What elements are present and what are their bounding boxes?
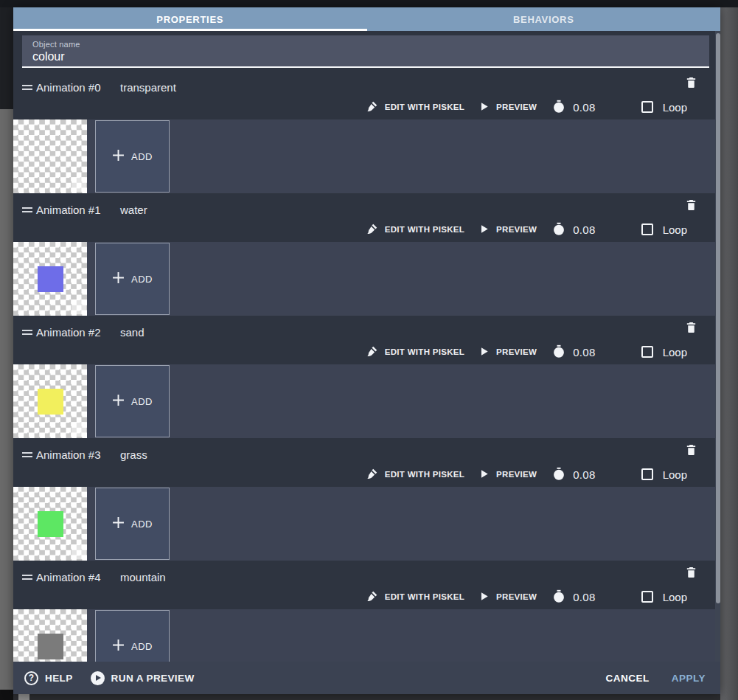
delete-animation-button[interactable]	[683, 443, 698, 459]
animation-block: Animation #1 water EDIT WITH PISKEL PREV…	[13, 193, 720, 316]
brush-icon	[366, 345, 378, 359]
loop-checkbox[interactable]	[641, 591, 653, 603]
edit-with-piskel-label: EDIT WITH PISKEL	[385, 592, 464, 601]
brush-icon	[366, 223, 378, 237]
preview-button[interactable]: PREVIEW	[479, 591, 537, 603]
thumbnail-corner-badge	[72, 299, 86, 314]
time-between-frames-field[interactable]: 0.08	[551, 99, 595, 116]
preview-label: PREVIEW	[496, 470, 537, 479]
loop-checkbox[interactable]	[641, 101, 653, 113]
time-between-frames-field[interactable]: 0.08	[551, 221, 595, 238]
delete-animation-button[interactable]	[683, 320, 698, 336]
help-button[interactable]: ? HELP	[24, 671, 73, 685]
add-frame-button[interactable]: ADD	[95, 365, 170, 437]
animation-block: Animation #2 sand EDIT WITH PISKEL PREVI…	[13, 316, 720, 438]
brush-icon	[366, 468, 378, 482]
thumbnail-corner-badge	[72, 544, 86, 559]
time-between-frames-value[interactable]: 0.08	[573, 346, 595, 358]
loop-toggle[interactable]: Loop	[641, 468, 687, 481]
animation-title: Animation #0	[36, 81, 116, 94]
time-between-frames-field[interactable]: 0.08	[551, 589, 595, 606]
backdrop-left-bottom	[0, 690, 13, 700]
play-icon	[479, 223, 490, 236]
add-label: ADD	[131, 274, 153, 285]
edit-with-piskel-button[interactable]: EDIT WITH PISKEL	[366, 100, 464, 114]
add-label: ADD	[131, 519, 153, 530]
play-icon	[479, 468, 490, 481]
add-frame-button[interactable]: ADD	[95, 120, 170, 193]
loop-toggle[interactable]: Loop	[641, 101, 687, 114]
frame-thumbnail[interactable]	[13, 364, 87, 438]
frame-color-swatch	[38, 266, 63, 292]
object-name-field[interactable]: Object name colour	[22, 35, 709, 68]
animation-name-input[interactable]: mountain	[120, 571, 166, 583]
frame-thumbnail[interactable]	[13, 609, 87, 662]
delete-animation-button[interactable]	[683, 75, 698, 91]
edit-with-piskel-label: EDIT WITH PISKEL	[385, 347, 464, 356]
time-between-frames-value[interactable]: 0.08	[573, 591, 595, 603]
add-frame-button[interactable]: ADD	[95, 243, 170, 315]
drag-handle-icon[interactable]	[22, 330, 33, 335]
loop-checkbox[interactable]	[641, 223, 653, 235]
trash-icon	[685, 81, 697, 92]
object-name-section: Object name colour	[13, 31, 720, 71]
frame-color-swatch	[38, 511, 63, 537]
frame-color-swatch	[38, 634, 63, 659]
delete-animation-button[interactable]	[683, 565, 698, 581]
time-between-frames-value[interactable]: 0.08	[573, 101, 595, 114]
animation-name-input[interactable]: water	[120, 204, 147, 216]
delete-animation-button[interactable]	[683, 198, 698, 214]
run-a-preview-label: RUN A PREVIEW	[111, 673, 195, 684]
drag-handle-icon[interactable]	[22, 85, 33, 90]
loop-label: Loop	[663, 346, 687, 358]
add-label: ADD	[131, 151, 153, 162]
add-frame-button[interactable]: ADD	[95, 488, 170, 560]
loop-checkbox[interactable]	[641, 468, 653, 480]
add-frame-button[interactable]: ADD	[95, 610, 170, 662]
loop-checkbox[interactable]	[641, 346, 653, 358]
frame-thumbnail[interactable]	[13, 119, 87, 193]
plus-icon	[112, 271, 125, 286]
preview-button[interactable]: PREVIEW	[479, 223, 537, 236]
animation-block: Animation #3 grass EDIT WITH PISKEL PREV…	[13, 438, 720, 561]
edit-with-piskel-button[interactable]: EDIT WITH PISKEL	[366, 223, 464, 237]
animation-title: Animation #2	[36, 326, 116, 339]
loop-toggle[interactable]: Loop	[641, 346, 687, 358]
stopwatch-icon	[551, 99, 566, 116]
time-between-frames-value[interactable]: 0.08	[573, 468, 595, 481]
trash-icon	[685, 448, 697, 460]
preview-button[interactable]: PREVIEW	[479, 101, 537, 114]
scrollbar-thumb[interactable]	[716, 33, 720, 603]
object-name-label: Object name	[32, 40, 699, 49]
help-icon: ?	[24, 671, 38, 685]
edit-with-piskel-button[interactable]: EDIT WITH PISKEL	[366, 590, 464, 604]
loop-label: Loop	[663, 101, 687, 114]
edit-with-piskel-button[interactable]: EDIT WITH PISKEL	[366, 468, 464, 482]
drag-handle-icon[interactable]	[22, 207, 33, 212]
run-a-preview-button[interactable]: RUN A PREVIEW	[91, 671, 195, 685]
apply-button[interactable]: APPLY	[672, 673, 706, 684]
preview-button[interactable]: PREVIEW	[479, 468, 537, 481]
tab-properties[interactable]: PROPERTIES	[13, 7, 367, 31]
loop-toggle[interactable]: Loop	[641, 223, 687, 236]
dialog-content: Object name colour Animation #0 transpar…	[13, 31, 720, 662]
tab-behaviors[interactable]: BEHAVIORS	[367, 7, 721, 31]
animation-block: Animation #0 transparent EDIT WITH PISKE…	[13, 71, 720, 193]
drag-handle-icon[interactable]	[22, 575, 33, 580]
animation-name-input[interactable]: transparent	[120, 81, 176, 94]
animation-name-input[interactable]: grass	[120, 448, 147, 461]
object-name-value[interactable]: colour	[32, 50, 699, 63]
time-between-frames-field[interactable]: 0.08	[551, 344, 595, 361]
preview-button[interactable]: PREVIEW	[479, 346, 537, 358]
drag-handle-icon[interactable]	[22, 452, 33, 457]
loop-label: Loop	[663, 223, 687, 236]
frame-thumbnail[interactable]	[13, 487, 87, 561]
cancel-button[interactable]: CANCEL	[605, 673, 649, 684]
animation-name-input[interactable]: sand	[120, 326, 145, 339]
frame-thumbnail[interactable]	[13, 242, 87, 316]
edit-with-piskel-button[interactable]: EDIT WITH PISKEL	[366, 345, 464, 359]
loop-toggle[interactable]: Loop	[641, 591, 687, 603]
time-between-frames-value[interactable]: 0.08	[573, 223, 595, 236]
time-between-frames-field[interactable]: 0.08	[551, 466, 595, 483]
edit-with-piskel-label: EDIT WITH PISKEL	[385, 225, 464, 234]
